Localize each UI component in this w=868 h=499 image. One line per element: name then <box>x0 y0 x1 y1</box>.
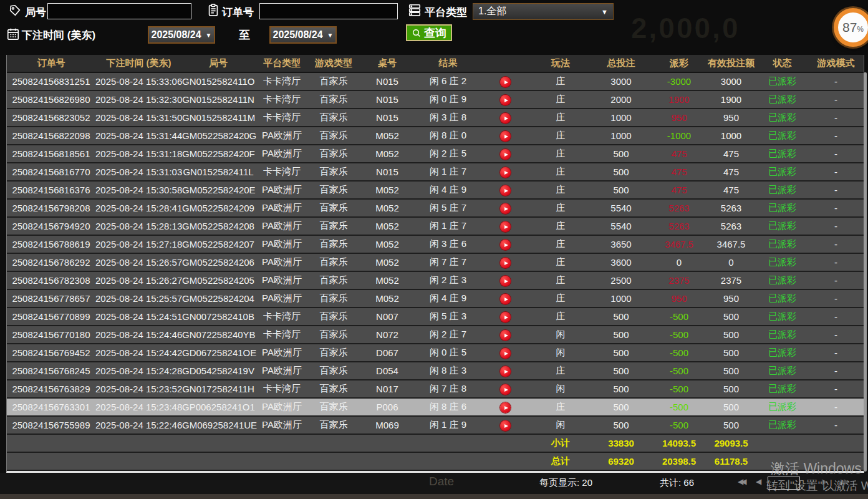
cell-result: 闲 3 庄 8 <box>417 112 480 124</box>
cell-result: 闲 0 庄 9 <box>417 94 480 105</box>
cell-platform: PA欧洲厅 <box>254 148 309 160</box>
cell-order_no: 250824156763301 <box>7 402 95 412</box>
calendar-icon <box>6 26 20 41</box>
replay-icon[interactable] <box>500 312 511 322</box>
cell-mode: - <box>808 221 864 231</box>
replay-icon[interactable] <box>500 420 511 431</box>
grand-total-row-payout: 20398.5 <box>652 456 706 467</box>
order-no-label: 订单号 <box>222 5 254 19</box>
table-row[interactable]: 2508241567862922025-08-24 15:26:57GM0522… <box>7 254 864 272</box>
table-row[interactable]: 2508241568230522025-08-24 15:31:50GN0152… <box>7 109 864 127</box>
cell-mode: - <box>808 112 864 123</box>
replay-icon[interactable] <box>500 294 511 304</box>
table-row[interactable]: 2508241567949202025-08-24 15:28:13GM0522… <box>7 218 864 236</box>
cell-table_no: N015 <box>358 94 417 105</box>
replay-icon[interactable] <box>500 240 511 250</box>
cell-result: 闲 7 庄 7 <box>417 256 480 268</box>
table-row[interactable]: 2508241568167702025-08-24 15:31:03GN0152… <box>7 163 864 182</box>
cell-table_no: M052 <box>358 221 417 231</box>
replay-icon[interactable] <box>500 185 511 196</box>
replay-icon[interactable] <box>500 221 511 232</box>
first-page-icon[interactable]: ◀◀ <box>738 478 744 485</box>
replay-icon[interactable] <box>500 131 511 142</box>
order-no-input[interactable] <box>259 3 398 19</box>
date-range-to-label: 至 <box>239 27 250 42</box>
platform-type-select[interactable]: 1.全部 ▼ <box>473 3 614 20</box>
replay-icon[interactable] <box>500 366 511 377</box>
cell-replay <box>480 184 531 196</box>
cell-total_bet: 1000 <box>590 293 652 304</box>
table-row[interactable]: 2508241567694522025-08-24 15:24:42GD0672… <box>7 344 864 362</box>
table-row[interactable]: 2508241567638292025-08-24 15:23:52GN0172… <box>7 380 864 399</box>
replay-icon[interactable] <box>500 113 511 124</box>
round-no-input[interactable] <box>47 3 191 19</box>
table-row[interactable]: 2508241568269802025-08-24 15:32:30GN0152… <box>7 91 864 109</box>
table-row[interactable]: 2508241567886192025-08-24 15:27:18GM0522… <box>7 236 864 254</box>
cell-bet_time: 2025-08-24 15:31:44 <box>95 130 182 141</box>
cell-game_type: 百家乐 <box>309 220 358 232</box>
table-row[interactable]: 2508241568220982025-08-24 15:31:44GM0522… <box>7 127 864 145</box>
replay-icon[interactable] <box>500 276 511 286</box>
replay-icon[interactable] <box>500 348 511 359</box>
cell-play: 庄 <box>531 202 590 214</box>
replay-icon[interactable] <box>500 167 511 178</box>
cell-payout: -500 <box>652 384 706 394</box>
cell-game_type: 百家乐 <box>309 274 358 286</box>
cell-total_bet: 5540 <box>590 221 652 231</box>
table-row[interactable]: 2508241567982082025-08-24 15:28:41GM0522… <box>7 200 864 218</box>
table-row[interactable]: 2508241567786572025-08-24 15:25:57GM0522… <box>7 290 864 308</box>
table-row[interactable]: 2508241567559892025-08-24 15:22:46GM0692… <box>7 417 864 435</box>
cell-bet_time: 2025-08-24 15:33:06 <box>95 76 182 87</box>
table-row[interactable]: 2508241567823082025-08-24 15:26:27GM0522… <box>7 272 864 290</box>
cell-order_no: 250824156798208 <box>7 203 95 213</box>
cell-valid_bet: 1900 <box>706 94 756 105</box>
table-row[interactable]: 2508241567633012025-08-24 15:23:48GP0062… <box>7 399 864 417</box>
replay-icon[interactable] <box>500 203 511 214</box>
replay-icon[interactable] <box>500 95 511 105</box>
cell-status: 已派彩 <box>756 112 808 124</box>
replay-icon[interactable] <box>500 384 511 395</box>
table-row[interactable]: 2508241568312512025-08-24 15:33:06GN0152… <box>7 73 864 91</box>
table-scrollbar[interactable] <box>864 72 867 472</box>
cell-valid_bet: 500 <box>706 329 756 340</box>
cell-game_type: 百家乐 <box>309 202 358 214</box>
query-button[interactable]: 查询 <box>406 24 452 41</box>
prev-page-icon[interactable]: ◀ <box>756 478 761 485</box>
cell-table_no: N015 <box>358 76 417 87</box>
cell-bet_time: 2025-08-24 15:27:18 <box>95 239 182 250</box>
cell-result: 闲 2 庄 5 <box>417 148 480 160</box>
table-row[interactable]: 2508241567701802025-08-24 15:24:46GN0722… <box>7 326 864 344</box>
cell-total_bet: 3000 <box>590 76 652 87</box>
date-from-picker[interactable]: 2025/08/24 ▼ <box>148 26 215 44</box>
cell-mode: - <box>808 148 864 159</box>
progress-badge[interactable]: 87% <box>834 8 868 47</box>
cell-status: 已派彩 <box>756 365 808 377</box>
date-to-picker[interactable]: 2025/08/24 ▼ <box>269 26 337 44</box>
cell-valid_bet: 500 <box>706 384 756 394</box>
replay-icon[interactable] <box>500 258 511 268</box>
subtotal-row-play: 小计 <box>531 437 590 449</box>
replay-icon[interactable] <box>500 402 511 413</box>
table-row[interactable]: 2508241567682452025-08-24 15:24:28GD0542… <box>7 362 864 380</box>
replay-icon[interactable] <box>500 330 511 341</box>
replay-icon[interactable] <box>500 149 511 160</box>
cell-platform: PA欧洲厅 <box>254 256 309 268</box>
last-page-icon[interactable]: ▶▶ <box>841 478 847 485</box>
cell-status: 已派彩 <box>756 148 808 160</box>
cell-round_no: GP006258241O1 <box>182 402 254 412</box>
col-header-play: 玩法 <box>531 57 590 69</box>
table-row[interactable]: 2508241567708992025-08-24 15:24:51GN0072… <box>7 308 864 326</box>
cell-table_no: M069 <box>358 420 417 430</box>
cell-mode: - <box>808 185 864 195</box>
cell-payout: 5263 <box>652 221 706 231</box>
cell-payout: 950 <box>652 112 706 123</box>
replay-icon[interactable] <box>500 77 511 87</box>
cell-order_no: 250824156770180 <box>7 329 95 340</box>
goto-page-input[interactable] <box>768 477 800 490</box>
table-row[interactable]: 2508241568163762025-08-24 15:30:58GM0522… <box>7 182 864 200</box>
cell-table_no: M052 <box>358 130 417 141</box>
bottom-strip <box>0 494 868 499</box>
cell-round_no: GN0172582411H <box>182 384 254 394</box>
table-row[interactable]: 2508241568185612025-08-24 15:31:18GM0522… <box>7 145 864 163</box>
next-page-icon[interactable]: ▶ <box>822 478 827 485</box>
